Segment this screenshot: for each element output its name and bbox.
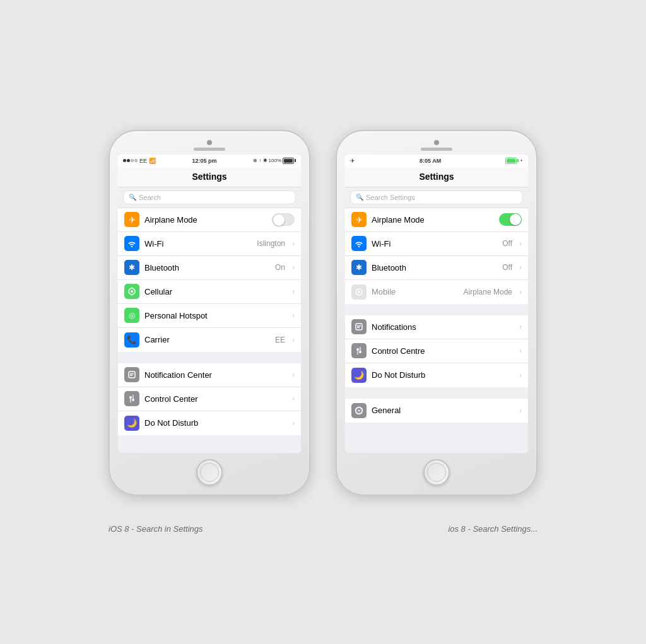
status-right-1: ⊕ ↑ ✱ 100% bbox=[253, 158, 296, 164]
row-control-2[interactable]: Control Centre › bbox=[345, 339, 528, 363]
search-bar-2[interactable]: 🔍 Search Settings bbox=[345, 187, 528, 208]
carrier-icon-1: 📞 bbox=[124, 332, 139, 348]
dot2 bbox=[127, 159, 130, 162]
airplane-knob-2 bbox=[510, 214, 521, 225]
row-mobile-2[interactable]: Mobile Airplane Mode › bbox=[345, 280, 528, 304]
title-text-2: Settings bbox=[419, 172, 454, 182]
hotspot-label-1: Personal Hotspot bbox=[144, 311, 287, 320]
nav-title-1: Settings bbox=[118, 167, 301, 187]
captions: iOS 8 - Search in Settings ios 8 - Searc… bbox=[96, 524, 550, 534]
phone-1: EE 📶 12:05 pm ⊕ ↑ ✱ 100% Set bbox=[109, 130, 310, 496]
title-text-1: Settings bbox=[192, 172, 226, 182]
carrier-1: EE bbox=[139, 158, 147, 164]
dnd-label-2: Do Not Disturb bbox=[372, 370, 514, 380]
bt-chevron-1: › bbox=[292, 263, 295, 272]
time-2: 8:05 AM bbox=[420, 158, 441, 164]
row-wifi-2[interactable]: Wi-Fi Off › bbox=[345, 232, 528, 256]
svg-point-16 bbox=[356, 348, 359, 351]
bt-label-2: Bluetooth bbox=[372, 263, 497, 272]
row-dnd-1[interactable]: 🌙 Do Not Disturb › bbox=[118, 411, 301, 435]
search-input-wrap-1[interactable]: 🔍 Search bbox=[123, 190, 296, 204]
speaker-1 bbox=[194, 148, 225, 151]
row-hotspot-1[interactable]: ◎ Personal Hotspot › bbox=[118, 304, 301, 328]
control-label-1: Control Center bbox=[144, 394, 287, 404]
section-3-2: General › bbox=[345, 399, 528, 423]
battery-body-2 bbox=[505, 158, 517, 164]
row-control-1[interactable]: Control Center › bbox=[118, 387, 301, 411]
home-button-1[interactable] bbox=[196, 459, 223, 486]
row-bluetooth-2[interactable]: ✱ Bluetooth Off › bbox=[345, 256, 528, 280]
dnd-chevron-1: › bbox=[292, 419, 295, 428]
camera-2 bbox=[434, 140, 439, 145]
svg-point-21 bbox=[358, 409, 360, 411]
bt-value-1: On bbox=[275, 263, 285, 272]
svg-point-8 bbox=[132, 399, 134, 401]
row-cellular-1[interactable]: Cellular › bbox=[118, 280, 301, 304]
mobile-value-2: Airplane Mode bbox=[464, 288, 512, 296]
bt-chevron-2: › bbox=[519, 263, 522, 272]
dnd-label-1: Do Not Disturb bbox=[144, 418, 287, 428]
status-left-1: EE 📶 bbox=[123, 158, 156, 164]
control-chevron-2: › bbox=[519, 346, 522, 355]
home-button-2[interactable] bbox=[423, 459, 450, 486]
battery-fill-2 bbox=[507, 159, 515, 163]
svg-point-7 bbox=[129, 396, 132, 399]
general-icon-2 bbox=[351, 403, 367, 418]
search-bar-1[interactable]: 🔍 Search bbox=[118, 187, 301, 208]
row-bluetooth-1[interactable]: ✱ Bluetooth On › bbox=[118, 256, 301, 280]
home-button-inner-2 bbox=[427, 463, 446, 482]
settings-list-1: ✈ Airplane Mode Wi-Fi Islin bbox=[118, 208, 301, 453]
speaker-2 bbox=[421, 148, 452, 151]
search-placeholder-1: Search bbox=[139, 194, 161, 201]
status-bar-2: ✈ 8:05 AM + bbox=[345, 155, 528, 167]
svg-point-17 bbox=[359, 351, 361, 353]
wifi-chevron-1: › bbox=[292, 239, 295, 248]
home-button-inner-1 bbox=[200, 463, 219, 482]
status-left-2: ✈ bbox=[350, 158, 355, 164]
mobile-icon-2 bbox=[351, 284, 367, 300]
search-icon-2: 🔍 bbox=[356, 194, 363, 201]
row-notif-1[interactable]: Notification Center › bbox=[118, 363, 301, 387]
row-wifi-1[interactable]: Wi-Fi Islington › bbox=[118, 232, 301, 256]
airplane-status-2: ✈ bbox=[350, 158, 355, 164]
notif-chevron-1: › bbox=[292, 370, 295, 379]
dot4 bbox=[134, 159, 138, 162]
row-airplane-1[interactable]: ✈ Airplane Mode bbox=[118, 208, 301, 232]
control-label-2: Control Centre bbox=[372, 346, 514, 356]
battery-fill-1 bbox=[284, 159, 293, 163]
dnd-icon-2: 🌙 bbox=[351, 368, 367, 383]
hotspot-chevron-1: › bbox=[292, 311, 295, 320]
control-icon-1 bbox=[124, 391, 139, 406]
row-notif-2[interactable]: Notifications › bbox=[345, 315, 528, 339]
wifi-label-1: Wi-Fi bbox=[144, 239, 252, 249]
control-chevron-1: › bbox=[292, 394, 295, 403]
battery-body-1 bbox=[283, 158, 294, 164]
airplane-toggle-1[interactable] bbox=[272, 213, 295, 226]
airplane-knob-1 bbox=[273, 214, 285, 226]
charge-icon-2: + bbox=[520, 158, 523, 163]
airplane-toggle-2[interactable] bbox=[499, 213, 522, 226]
cellular-icon-1 bbox=[124, 284, 139, 299]
battery-tip-2 bbox=[517, 159, 519, 162]
bt-icon-1: ✱ bbox=[124, 260, 139, 275]
wifi-icon-1: 📶 bbox=[149, 158, 156, 164]
row-carrier-1[interactable]: 📞 Carrier EE › bbox=[118, 328, 301, 352]
settings-list-2: ✈ Airplane Mode Wi-Fi Off bbox=[345, 208, 528, 453]
svg-rect-6 bbox=[130, 375, 132, 377]
row-general-2[interactable]: General › bbox=[345, 399, 528, 423]
control-icon-2 bbox=[351, 343, 367, 358]
row-dnd-2[interactable]: 🌙 Do Not Disturb › bbox=[345, 363, 528, 387]
carrier-value-1: EE bbox=[275, 336, 285, 344]
svg-rect-15 bbox=[357, 327, 360, 329]
search-input-wrap-2[interactable]: 🔍 Search Settings bbox=[350, 190, 523, 204]
row-airplane-2[interactable]: ✈ Airplane Mode bbox=[345, 208, 528, 232]
status-right-2: + bbox=[505, 158, 523, 164]
camera-1 bbox=[207, 140, 212, 145]
cellular-chevron-1: › bbox=[292, 287, 295, 296]
svg-rect-5 bbox=[130, 373, 134, 375]
airplane-label-2: Airplane Mode bbox=[372, 215, 494, 225]
svg-rect-4 bbox=[129, 372, 135, 378]
svg-point-1 bbox=[131, 290, 133, 293]
hotspot-icon-1: ◎ bbox=[124, 308, 139, 323]
section-1-2: ✈ Airplane Mode Wi-Fi Off bbox=[345, 208, 528, 304]
